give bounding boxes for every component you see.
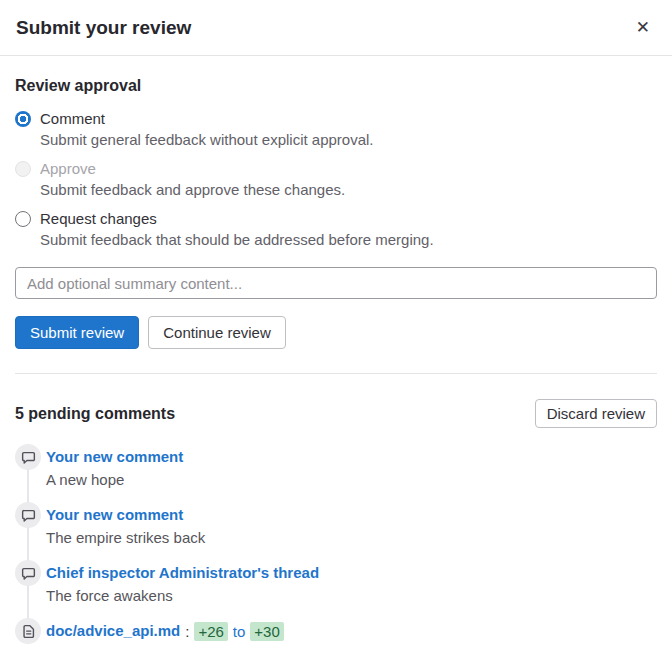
radio-label-comment[interactable]: Comment <box>40 110 105 127</box>
summary-input[interactable] <box>15 267 657 299</box>
submit-review-button[interactable]: Submit review <box>15 316 139 349</box>
review-approval-radio-group: Comment Submit general feedback without … <box>15 110 657 250</box>
line-range-end-badge: +30 <box>250 622 283 641</box>
submit-review-drawer: Submit your review ✕ Review approval Com… <box>0 0 672 647</box>
pending-comments-header: 5 pending comments Discard review <box>15 399 657 428</box>
drawer-content: Review approval Comment Submit general f… <box>0 77 672 647</box>
radio-unselected-icon[interactable] <box>15 211 31 227</box>
close-icon[interactable]: ✕ <box>630 17 656 38</box>
comment-preview: The force awakens <box>46 585 657 607</box>
file-change-line: doc/advice_api.md : +26 to +30 <box>46 621 657 641</box>
radio-label-approve: Approve <box>40 160 96 177</box>
radio-option-comment[interactable]: Comment Submit general feedback without … <box>15 110 657 150</box>
section-divider <box>15 373 657 374</box>
discard-review-button[interactable]: Discard review <box>535 399 657 428</box>
review-actions: Submit review Continue review <box>15 316 657 349</box>
review-approval-heading: Review approval <box>15 77 657 95</box>
drawer-title: Submit your review <box>16 17 191 39</box>
comment-link[interactable]: Your new comment <box>46 448 183 465</box>
radio-disabled-icon <box>15 161 31 177</box>
radio-desc-approve: Submit feedback and approve these change… <box>40 180 657 200</box>
radio-desc-comment: Submit general feedback without explicit… <box>40 130 657 150</box>
comment-link[interactable]: Your new comment <box>46 506 183 523</box>
comment-preview: A new hope <box>46 469 657 491</box>
comment-link[interactable]: Chief inspector Administrator's thread <box>46 564 319 581</box>
comment-preview: The last Jedi <box>46 643 657 647</box>
comment-preview: The empire strikes back <box>46 527 657 549</box>
continue-review-button[interactable]: Continue review <box>148 316 286 349</box>
list-item: Chief inspector Administrator's thread T… <box>15 563 657 607</box>
radio-option-request-changes[interactable]: Request changes Submit feedback that sho… <box>15 210 657 250</box>
list-item: Your new comment A new hope <box>15 447 657 491</box>
radio-selected-icon[interactable] <box>15 111 31 127</box>
pending-comments-list: Your new comment A new hope Your new com… <box>15 447 657 647</box>
radio-desc-request-changes: Submit feedback that should be addressed… <box>40 230 657 250</box>
file-link[interactable]: doc/advice_api.md <box>46 621 180 641</box>
list-item: Your new comment The empire strikes back <box>15 505 657 549</box>
list-item: doc/advice_api.md : +26 to +30 The last … <box>15 621 657 647</box>
colon-separator: : <box>185 623 189 640</box>
line-range-start-badge: +26 <box>194 622 227 641</box>
pending-comments-heading: 5 pending comments <box>15 405 175 423</box>
comment-icon <box>15 444 41 470</box>
file-icon <box>15 618 41 644</box>
range-connector: to <box>233 623 246 640</box>
radio-option-approve: Approve Submit feedback and approve thes… <box>15 160 657 200</box>
comment-icon <box>15 560 41 586</box>
radio-label-request-changes[interactable]: Request changes <box>40 210 157 227</box>
comment-icon <box>15 502 41 528</box>
drawer-header: Submit your review ✕ <box>0 0 672 56</box>
